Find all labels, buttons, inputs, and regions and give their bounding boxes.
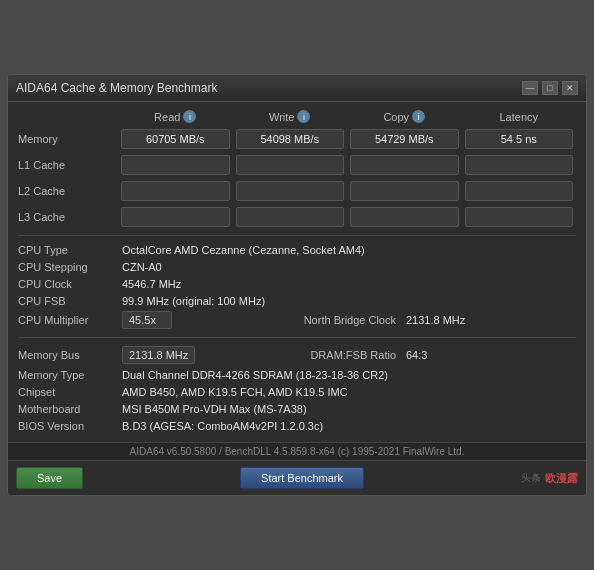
cpu-type-value: OctalCore AMD Cezanne (Cezanne, Socket A… <box>118 242 576 258</box>
memory-label: Memory <box>18 131 118 147</box>
read-info-icon[interactable]: i <box>183 110 196 123</box>
cpu-stepping-label: CPU Stepping <box>18 259 118 275</box>
cpu-multiplier-value: 45.5x <box>122 311 172 329</box>
divider2 <box>18 337 576 338</box>
north-bridge-label: North Bridge Clock <box>292 312 402 328</box>
watermark-brand: 欧漫露 <box>545 471 578 486</box>
l2-cache-row: L2 Cache <box>18 179 576 203</box>
footer-text: AIDA64 v6.50.5800 / BenchDLL 4.5.859.8-x… <box>130 446 465 457</box>
save-button[interactable]: Save <box>16 467 83 489</box>
minimize-button[interactable]: — <box>522 81 538 95</box>
bench-header: Read i Write i Copy i Latency <box>18 110 576 123</box>
l3-latency <box>465 207 574 227</box>
bios-value: B.D3 (AGESA: ComboAM4v2PI 1.2.0.3c) <box>118 418 576 434</box>
l1-cache-row: L1 Cache <box>18 153 576 177</box>
l2-latency <box>465 181 574 201</box>
cpu-multiplier-row: CPU Multiplier 45.5x North Bridge Clock … <box>18 309 576 331</box>
memory-bus-value: 2131.8 MHz <box>122 346 195 364</box>
memory-copy: 54729 MB/s <box>350 129 459 149</box>
maximize-button[interactable]: □ <box>542 81 558 95</box>
memory-type-label: Memory Type <box>18 367 118 383</box>
watermark: 头条 欧漫露 <box>521 471 578 486</box>
copy-info-icon[interactable]: i <box>412 110 425 123</box>
l2-read <box>121 181 230 201</box>
extra-info: Memory Type Dual Channel DDR4-4266 SDRAM… <box>18 367 576 434</box>
l2-write <box>236 181 345 201</box>
buttons-bar: Save Start Benchmark 头条 欧漫露 <box>8 460 586 495</box>
north-bridge-value: 2131.8 MHz <box>402 312 576 328</box>
header-read: Read i <box>118 110 233 123</box>
memory-latency: 54.5 ns <box>465 129 574 149</box>
cpu-clock-label: CPU Clock <box>18 276 118 292</box>
dram-fsb-label: DRAM:FSB Ratio <box>292 347 402 363</box>
chipset-label: Chipset <box>18 384 118 400</box>
header-write: Write i <box>233 110 348 123</box>
l1-write <box>236 155 345 175</box>
l3-label: L3 Cache <box>18 209 118 225</box>
l1-read <box>121 155 230 175</box>
l3-copy <box>350 207 459 227</box>
memory-row: Memory 60705 MB/s 54098 MB/s 54729 MB/s … <box>18 127 576 151</box>
l1-copy <box>350 155 459 175</box>
memory-bus-label: Memory Bus <box>18 347 118 363</box>
main-content: Read i Write i Copy i Latency Memory 607… <box>8 102 586 442</box>
cpu-fsb-label: CPU FSB <box>18 293 118 309</box>
watermark-prefix: 头条 <box>521 471 541 485</box>
motherboard-value: MSI B450M Pro-VDH Max (MS-7A38) <box>118 401 576 417</box>
window-controls: — □ ✕ <box>522 81 578 95</box>
header-copy: Copy i <box>347 110 462 123</box>
chipset-value: AMD B450, AMD K19.5 FCH, AMD K19.5 IMC <box>118 384 576 400</box>
bios-label: BIOS Version <box>18 418 118 434</box>
close-button[interactable]: ✕ <box>562 81 578 95</box>
l3-cache-row: L3 Cache <box>18 205 576 229</box>
titlebar: AIDA64 Cache & Memory Benchmark — □ ✕ <box>8 75 586 102</box>
cpu-stepping-value: CZN-A0 <box>118 259 576 275</box>
cpu-info: CPU Type OctalCore AMD Cezanne (Cezanne,… <box>18 242 576 309</box>
memory-write: 54098 MB/s <box>236 129 345 149</box>
l2-label: L2 Cache <box>18 183 118 199</box>
dram-fsb-value: 64:3 <box>402 347 576 363</box>
memory-bus-row: Memory Bus 2131.8 MHz DRAM:FSB Ratio 64:… <box>18 344 576 366</box>
cpu-clock-value: 4546.7 MHz <box>118 276 576 292</box>
start-benchmark-button[interactable]: Start Benchmark <box>240 467 364 489</box>
l3-read <box>121 207 230 227</box>
memory-read: 60705 MB/s <box>121 129 230 149</box>
l1-label: L1 Cache <box>18 157 118 173</box>
main-window: AIDA64 Cache & Memory Benchmark — □ ✕ Re… <box>7 74 587 496</box>
l3-write <box>236 207 345 227</box>
header-empty <box>18 110 118 123</box>
cpu-type-label: CPU Type <box>18 242 118 258</box>
l1-latency <box>465 155 574 175</box>
header-latency: Latency <box>462 110 577 123</box>
window-title: AIDA64 Cache & Memory Benchmark <box>16 81 217 95</box>
cpu-fsb-value: 99.9 MHz (original: 100 MHz) <box>118 293 576 309</box>
l2-copy <box>350 181 459 201</box>
divider <box>18 235 576 236</box>
footer-bar: AIDA64 v6.50.5800 / BenchDLL 4.5.859.8-x… <box>8 442 586 460</box>
memory-type-value: Dual Channel DDR4-4266 SDRAM (18-23-18-3… <box>118 367 576 383</box>
write-info-icon[interactable]: i <box>297 110 310 123</box>
motherboard-label: Motherboard <box>18 401 118 417</box>
cpu-multiplier-label: CPU Multiplier <box>18 312 118 328</box>
